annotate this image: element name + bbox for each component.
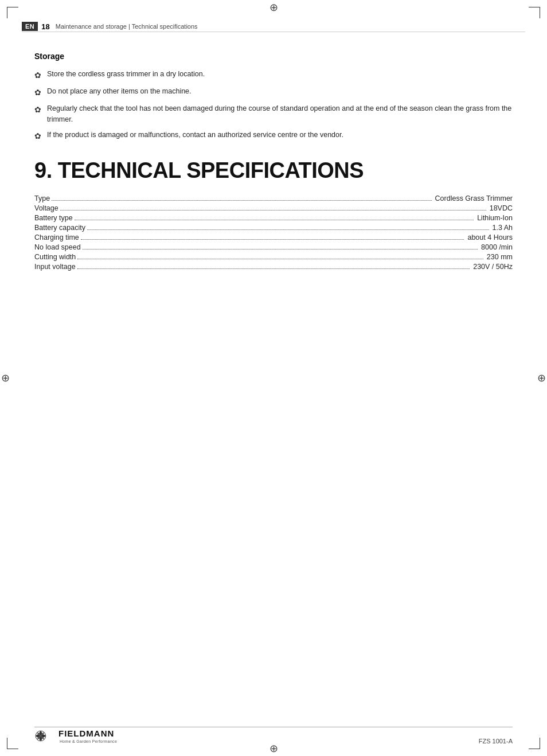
corner-mark-tr bbox=[529, 7, 540, 18]
spec-dots-cutting-width bbox=[77, 259, 483, 259]
spec-row-type: Type Cordless Grass Trimmer bbox=[34, 194, 513, 202]
list-item: ✿ Store the cordless grass trimmer in a … bbox=[34, 69, 513, 81]
spec-value-battery-capacity: 1.3 Ah bbox=[489, 224, 513, 232]
list-item: ✿ If the product is damaged or malfuncti… bbox=[34, 130, 513, 142]
spec-label-type: Type bbox=[34, 194, 52, 202]
spec-dots-voltage bbox=[60, 210, 486, 211]
bullet-icon: ✿ bbox=[34, 104, 47, 116]
brand-icon bbox=[34, 727, 55, 745]
spec-row-battery-capacity: Battery capacity 1.3 Ah bbox=[34, 224, 513, 232]
spec-row-charging-time: Charging time about 4 Hours bbox=[34, 233, 513, 241]
page-number: 18 bbox=[41, 22, 49, 31]
spec-label-cutting-width: Cutting width bbox=[34, 253, 77, 261]
footer-model: FZS 1001-A bbox=[479, 738, 513, 745]
spec-dots-battery-type bbox=[75, 220, 474, 220]
list-item: ✿ Do not place any other items on the ma… bbox=[34, 86, 513, 99]
bullet-icon: ✿ bbox=[34, 130, 47, 142]
corner-mark-tl bbox=[7, 7, 18, 18]
bullet-icon: ✿ bbox=[34, 87, 47, 99]
spec-value-no-load-speed: 8000 /min bbox=[478, 243, 513, 251]
crosshair-right: ⊕ bbox=[537, 372, 546, 384]
header-title: Maintenance and storage | Technical spec… bbox=[56, 23, 198, 30]
list-item-text: If the product is damaged or malfunction… bbox=[47, 130, 343, 141]
brand-logo: FIELDMANN Home & Garden Performance bbox=[34, 727, 117, 745]
corner-mark-bl bbox=[7, 738, 18, 749]
spec-value-charging-time: about 4 Hours bbox=[464, 233, 513, 241]
list-item-text: Store the cordless grass trimmer in a dr… bbox=[47, 69, 205, 80]
spec-label-battery-capacity: Battery capacity bbox=[34, 224, 87, 232]
spec-value-cutting-width: 230 mm bbox=[483, 253, 513, 261]
spec-label-voltage: Voltage bbox=[34, 204, 60, 212]
spec-label-charging-time: Charging time bbox=[34, 233, 81, 241]
storage-list: ✿ Store the cordless grass trimmer in a … bbox=[34, 69, 513, 142]
tech-spec-heading: 9. TECHNICAL SPECIFICATIONS bbox=[34, 158, 513, 183]
spec-row-voltage: Voltage 18VDC bbox=[34, 204, 513, 212]
spec-row-cutting-width: Cutting width 230 mm bbox=[34, 253, 513, 261]
list-item-text: Do not place any other items on the mach… bbox=[47, 86, 192, 97]
spec-value-voltage: 18VDC bbox=[486, 204, 513, 212]
spec-dots-input-voltage bbox=[77, 268, 470, 269]
spec-value-type: Cordless Grass Trimmer bbox=[432, 194, 513, 202]
header-divider bbox=[22, 32, 525, 32]
storage-heading: Storage bbox=[34, 52, 513, 61]
brand-sub: Home & Garden Performance bbox=[60, 739, 117, 743]
spec-row-battery-type: Battery type Lithium-Ion bbox=[34, 214, 513, 222]
specs-container: Type Cordless Grass Trimmer Voltage 18VD… bbox=[34, 194, 513, 271]
spec-dots-battery-capacity bbox=[87, 229, 489, 230]
list-item: ✿ Regularly check that the tool has not … bbox=[34, 103, 513, 125]
spec-dots-no-load-speed bbox=[83, 249, 478, 250]
crosshair-left: ⊕ bbox=[1, 372, 10, 384]
footer: FIELDMANN Home & Garden Performance FZS … bbox=[34, 727, 513, 745]
header: EN 18 Maintenance and storage | Technica… bbox=[22, 22, 525, 31]
crosshair-top: ⊕ bbox=[269, 1, 278, 14]
spec-label-input-voltage: Input voltage bbox=[34, 263, 77, 271]
main-content: Storage ✿ Store the cordless grass trimm… bbox=[34, 40, 513, 710]
spec-label-no-load-speed: No load speed bbox=[34, 243, 83, 251]
bullet-icon: ✿ bbox=[34, 69, 47, 81]
brand-name: FIELDMANN bbox=[58, 728, 117, 738]
spec-value-input-voltage: 230V / 50Hz bbox=[470, 263, 513, 271]
language-badge: EN bbox=[22, 22, 38, 31]
spec-value-battery-type: Lithium-Ion bbox=[474, 214, 513, 222]
spec-dots-charging-time bbox=[81, 239, 464, 240]
spec-label-battery-type: Battery type bbox=[34, 214, 75, 222]
spec-row-input-voltage: Input voltage 230V / 50Hz bbox=[34, 263, 513, 271]
spec-dots-type bbox=[52, 200, 431, 201]
list-item-text: Regularly check that the tool has not be… bbox=[47, 103, 513, 125]
spec-row-no-load-speed: No load speed 8000 /min bbox=[34, 243, 513, 251]
corner-mark-br bbox=[529, 738, 540, 749]
